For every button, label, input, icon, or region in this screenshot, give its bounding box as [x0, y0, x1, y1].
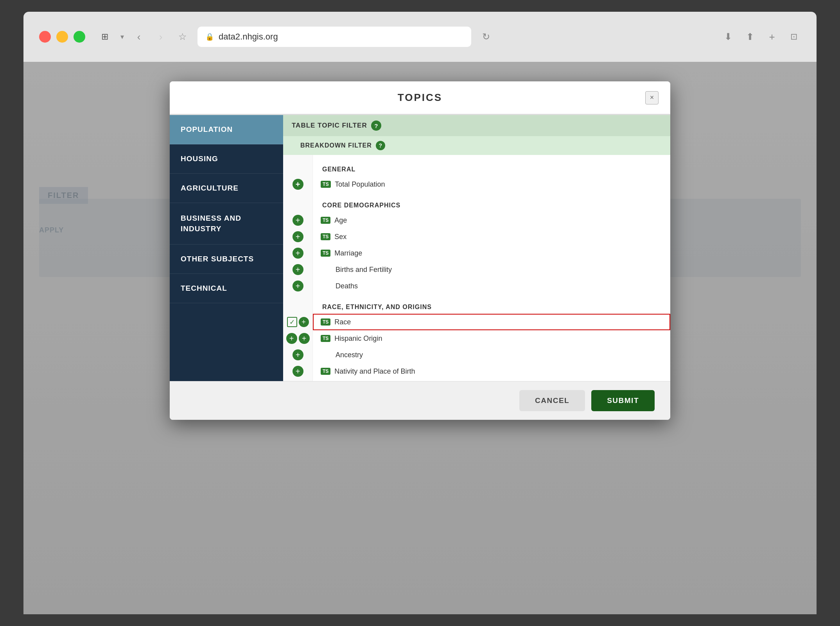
submit-button[interactable]: SUBMIT [591, 390, 655, 411]
race-plus-btn[interactable]: + [299, 317, 309, 327]
topic-item-deaths[interactable]: Deaths [313, 278, 670, 294]
share-icon[interactable]: ⬆ [743, 30, 757, 44]
topic-label-hispanic: Hispanic Origin [334, 335, 382, 343]
plus-btn-births[interactable]: + [283, 261, 312, 278]
plus-buttons-column: + + + [283, 155, 313, 381]
topic-item-ancestry[interactable]: Ancestry [313, 347, 670, 363]
table-topic-filter-bar: TABLE TOPIC FILTER ? [283, 115, 670, 136]
reload-icon[interactable]: ↻ [479, 30, 493, 44]
topic-item-hispanic[interactable]: TS Hispanic Origin [313, 330, 670, 347]
download-icon[interactable]: ⬇ [721, 30, 735, 44]
topic-item-race[interactable]: TS Race [313, 314, 670, 330]
address-bar[interactable]: 🔒 data2.nhgis.org [197, 27, 471, 47]
topics-content: TABLE TOPIC FILTER ? BREAKDOWN FILTER ? [283, 115, 670, 381]
topic-item-age[interactable]: TS Age [313, 212, 670, 228]
plus-btn-total-population[interactable]: + [283, 176, 312, 192]
traffic-light-green[interactable] [74, 31, 85, 43]
ts-badge-marriage: TS [321, 250, 330, 257]
ts-badge-race: TS [321, 318, 330, 326]
lock-icon: 🔒 [205, 32, 214, 41]
modal-body: POPULATION HOUSING AGRICULTURE BUSINESS … [170, 115, 670, 381]
plus-btn-ancestry[interactable]: + [283, 347, 312, 363]
table-topic-help-icon[interactable]: ? [371, 121, 381, 131]
topic-label-sex: Sex [334, 233, 346, 241]
ts-badge-sex: TS [321, 233, 330, 240]
ts-badge-hispanic: TS [321, 335, 330, 342]
breakdown-help-icon[interactable]: ? [376, 141, 385, 150]
sidebar-item-agriculture[interactable]: AGRICULTURE [170, 174, 283, 203]
topic-label-nativity: Nativity and Place of Birth [334, 367, 415, 376]
topic-label-race: Race [334, 318, 351, 326]
race-checkbox[interactable]: ✓ [287, 317, 297, 327]
breakdown-filter-bar: BREAKDOWN FILTER ? [283, 136, 670, 155]
plus-btn-sex[interactable]: + [283, 228, 312, 245]
ts-badge-nativity: TS [321, 368, 330, 375]
plus-btn-nativity[interactable]: + [283, 363, 312, 380]
topic-item-sex[interactable]: TS Sex [313, 228, 670, 245]
topic-label-marriage: Marriage [334, 249, 362, 257]
dropdown-icon[interactable]: ▾ [120, 32, 124, 41]
topic-label-total-pop: Total Population [335, 180, 385, 189]
section-header-race: RACE, ETHNICITY, AND ORIGINS [313, 294, 670, 314]
topic-item-births[interactable]: Births and Fertility [313, 261, 670, 278]
forward-button[interactable]: › [154, 30, 168, 44]
sidebar-item-housing[interactable]: HOUSING [170, 144, 283, 174]
plus-btn-marriage[interactable]: + [283, 245, 312, 261]
section-header-core-demo: CORE DEMOGRAPHICS [313, 192, 670, 212]
breakdown-filter-label: BREAKDOWN FILTER [300, 142, 372, 149]
content-area: + + + [283, 155, 670, 381]
plus-btn-deaths[interactable]: + [283, 278, 312, 294]
plus-btn-age[interactable]: + [283, 212, 312, 228]
sidebar-label-other: OTHER SUBJECTS [181, 255, 254, 263]
section-header-general: GENERAL [313, 156, 670, 176]
sidebar-item-other[interactable]: OTHER SUBJECTS [170, 245, 283, 274]
sidebar-toggle-icon[interactable]: ⊞ [97, 30, 113, 44]
ts-badge-age: TS [321, 217, 330, 224]
sidebar-label-technical: TECHNICAL [181, 284, 227, 292]
bookmark-icon[interactable]: ☆ [176, 30, 190, 44]
topic-label-age: Age [334, 216, 347, 225]
sidebar-label-housing: HOUSING [181, 155, 218, 163]
cancel-button[interactable]: CANCEL [519, 390, 585, 411]
topic-label-ancestry: Ancestry [336, 351, 363, 359]
topics-list: GENERAL TS Total Population CORE DEMOGRA… [313, 155, 670, 381]
sidebar-label-business: BUSINESS AND INDUSTRY [181, 214, 241, 233]
sidebar-label-population: POPULATION [181, 125, 233, 133]
traffic-light-red[interactable] [39, 31, 51, 43]
topics-sidebar: POPULATION HOUSING AGRICULTURE BUSINESS … [170, 115, 283, 381]
new-tab-icon[interactable]: + [765, 30, 779, 44]
back-button[interactable]: ‹ [132, 30, 146, 44]
modal-title: TOPICS [398, 92, 442, 104]
topic-item-total-population[interactable]: TS Total Population [313, 176, 670, 192]
browser-chrome: ⊞ ▾ ‹ › ☆ 🔒 data2.nhgis.org ↻ ⬇ ⬆ + ⊡ [23, 12, 817, 62]
plus-btn-race[interactable]: ✓ + [283, 314, 312, 330]
modal-overlay: TOPICS × POPULATION HOUSING [23, 62, 817, 614]
modal-close-button[interactable]: × [645, 91, 659, 104]
modal-footer: CANCEL SUBMIT [170, 381, 670, 420]
topic-item-citizenship[interactable]: Citizenship [313, 380, 670, 381]
sidebar-label-agriculture: AGRICULTURE [181, 184, 239, 192]
tabs-icon[interactable]: ⊡ [787, 30, 801, 44]
topic-item-marriage[interactable]: TS Marriage [313, 245, 670, 261]
sidebar-item-population[interactable]: POPULATION [170, 115, 283, 144]
plus-btn-hispanic[interactable]: + + [283, 330, 312, 347]
browser-body: FILTER APPLY TOPICS × POPULATIO [23, 62, 817, 614]
ts-badge-total-pop: TS [321, 181, 331, 188]
topic-label-deaths: Deaths [336, 282, 358, 290]
sidebar-item-technical[interactable]: TECHNICAL [170, 274, 283, 303]
table-topic-filter-label: TABLE TOPIC FILTER [292, 122, 367, 130]
topics-modal: TOPICS × POPULATION HOUSING [170, 81, 670, 420]
topic-label-births: Births and Fertility [336, 266, 392, 274]
traffic-light-yellow[interactable] [56, 31, 68, 43]
plus-btn-citizenship[interactable]: + [283, 380, 312, 381]
traffic-lights [39, 31, 85, 43]
url-text: data2.nhgis.org [219, 32, 278, 42]
modal-header: TOPICS × [170, 81, 670, 114]
topic-item-nativity[interactable]: TS Nativity and Place of Birth [313, 363, 670, 380]
sidebar-item-business[interactable]: BUSINESS AND INDUSTRY [170, 203, 283, 245]
